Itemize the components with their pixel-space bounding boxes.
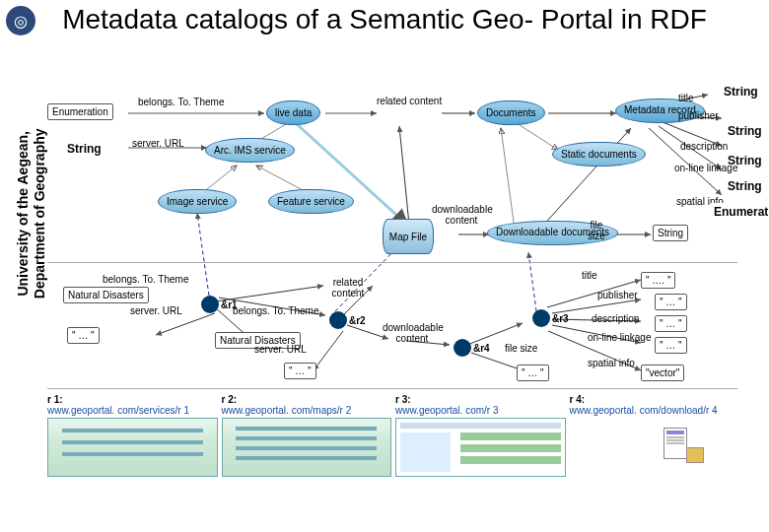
prop-file-size: file size bbox=[582, 221, 611, 241]
instance-r4: &r4 bbox=[473, 343, 490, 354]
r4-size-val: " … " bbox=[517, 365, 549, 381]
type-string-1: String bbox=[720, 83, 762, 100]
class-documents: Documents bbox=[477, 100, 545, 125]
ref-r1-url[interactable]: www.geoportal. com/services/r 1 bbox=[47, 405, 189, 416]
affiliation-line1: University of the Aegean, bbox=[15, 131, 31, 297]
r3-online-linkage: on-line linkage bbox=[588, 333, 652, 343]
svg-line-29 bbox=[156, 313, 215, 335]
r1-theme: Natural Disasters bbox=[63, 287, 149, 303]
type-string-4: String bbox=[724, 177, 766, 195]
r1-belongsToTheme: belongs. To. Theme bbox=[103, 274, 188, 285]
instance-r2-dot bbox=[329, 311, 347, 329]
ref-r1: r 1: www.geoportal. com/services/r 1 bbox=[47, 394, 216, 526]
prop-online-linkage: on-line linkage bbox=[674, 164, 738, 173]
type-string-left: String bbox=[63, 140, 105, 158]
type-enumeration-2: Enumeration bbox=[710, 203, 769, 221]
ref-r4-label: r 4: bbox=[570, 394, 586, 405]
prop-publisher: publisher bbox=[678, 110, 719, 121]
r3-spatial-info: spatial info bbox=[588, 359, 635, 368]
r3-desc-val: " … " bbox=[655, 315, 687, 332]
instance-r1-dot bbox=[201, 296, 219, 313]
instance-r4-dot bbox=[454, 339, 471, 357]
r2-url-val: " … " bbox=[284, 363, 316, 379]
class-live-data: live data bbox=[266, 100, 320, 125]
r3-title-val: " …. " bbox=[641, 272, 675, 289]
r3-title: title bbox=[582, 270, 597, 281]
ref-r1-thumb bbox=[47, 418, 218, 477]
prop-title: title bbox=[678, 93, 694, 103]
affiliation: University of the Aegean, Department of … bbox=[15, 128, 48, 299]
ref-r4-url[interactable]: www.geoportal. com/download/r 4 bbox=[570, 405, 718, 416]
prop-related-content: related content bbox=[377, 97, 442, 107]
class-arcims: Arc. IMS service bbox=[205, 138, 295, 163]
r2-downloadable-content: downloadable content bbox=[383, 323, 442, 344]
instance-r3: &r3 bbox=[552, 313, 569, 324]
instance-r2: &r2 bbox=[349, 315, 366, 326]
org-logo: ◎ bbox=[6, 6, 35, 35]
ref-r2-thumb bbox=[222, 418, 392, 477]
type-string-fs: String bbox=[653, 225, 688, 241]
class-static-documents: Static documents bbox=[552, 142, 646, 166]
ref-r2-label: r 2: bbox=[222, 394, 238, 405]
r3-spatial-val: "vector" bbox=[641, 365, 684, 381]
svg-line-7 bbox=[517, 123, 558, 150]
affiliation-line2: Department of Geography bbox=[31, 128, 46, 299]
svg-line-16 bbox=[501, 128, 516, 236]
r3-pub-val: " … " bbox=[655, 294, 687, 310]
prop-belongsToTheme: belongs. To. Theme bbox=[138, 97, 224, 107]
prop-serverURL: server. URL bbox=[132, 138, 184, 149]
svg-line-22 bbox=[552, 299, 641, 313]
type-string-2: String bbox=[724, 122, 766, 140]
slide-title: Metadata catalogs of a Semantic Geo- Por… bbox=[54, 4, 715, 35]
prop-downloadable-content: downloadable content bbox=[432, 205, 491, 226]
r1-url-val: " … " bbox=[67, 327, 100, 344]
svg-line-12 bbox=[649, 128, 722, 195]
r2-serverURL: server. URL bbox=[254, 344, 307, 355]
prop-description: description bbox=[680, 141, 728, 152]
r3-publisher: publisher bbox=[597, 290, 638, 300]
svg-line-30 bbox=[197, 213, 209, 296]
instance-r3-dot bbox=[532, 309, 550, 327]
svg-line-34 bbox=[314, 331, 343, 370]
footer-refs: r 1: www.geoportal. com/services/r 1 r 2… bbox=[47, 394, 737, 526]
ref-r1-label: r 1: bbox=[47, 394, 63, 405]
svg-line-36 bbox=[467, 323, 523, 345]
document-icon bbox=[664, 428, 687, 459]
r3-link-val: " … " bbox=[655, 337, 687, 354]
r4-file-size: file size bbox=[505, 343, 537, 354]
slide: ◎ Metadata catalogs of a Semantic Geo- P… bbox=[0, 0, 769, 532]
ref-r3-thumb bbox=[395, 418, 566, 477]
ref-r3-url[interactable]: www.geoportal. com/r 3 bbox=[395, 405, 499, 416]
r3-description: description bbox=[592, 313, 639, 324]
r1-serverURL: server. URL bbox=[130, 305, 182, 316]
ref-r2-url[interactable]: www.geoportal. com/maps/r 2 bbox=[222, 405, 352, 416]
class-enumeration: Enumeration bbox=[47, 103, 113, 120]
r2-belongsToTheme: belongs. To. Theme bbox=[233, 305, 318, 316]
class-feature-service: Feature service bbox=[268, 189, 354, 214]
svg-line-26 bbox=[528, 252, 536, 311]
ref-r3: r 3: www.geoportal. com/r 3 bbox=[395, 394, 564, 526]
class-map-file: Map File bbox=[383, 219, 434, 254]
class-image-service: Image service bbox=[158, 189, 237, 214]
ref-r4: r 4: www.geoportal. com/download/r 4 bbox=[570, 394, 738, 526]
ref-r4-thumb bbox=[570, 418, 738, 475]
ref-r3-label: r 3: bbox=[395, 394, 411, 405]
ref-r2: r 2: www.geoportal. com/maps/r 2 bbox=[222, 394, 390, 526]
svg-line-15 bbox=[399, 126, 409, 225]
r1-related-content: related content bbox=[323, 278, 373, 299]
